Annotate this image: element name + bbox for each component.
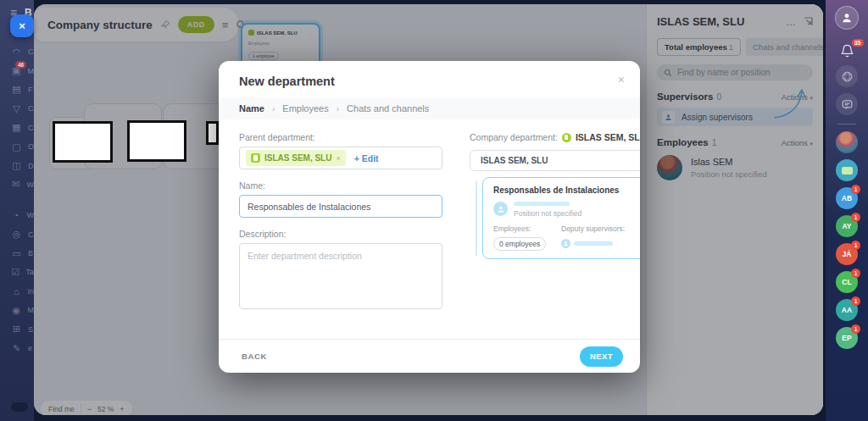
step-name[interactable]: Name [239,103,264,114]
sidebar-item-drive[interactable]: ◫D [0,156,34,174]
preview-department-card: Responsables de Instalaciones Position n… [482,177,640,259]
department-icon [251,153,260,163]
sidebar-item-messenger[interactable]: ▣M46 [0,61,34,80]
sidebar-item-calendar[interactable]: ▦C [0,119,34,137]
feed-icon: ▤ [11,84,22,95]
employees-label: Employees: [493,224,561,233]
sidebar-item-label: C [28,47,34,56]
employees-chip: 0 employees [493,237,546,251]
slider-close-button[interactable]: × [10,14,34,37]
step-chats-channels[interactable]: Chats and channels [347,103,429,114]
avatar[interactable]: JÁ1 [836,243,858,265]
sidebar-item-label: M [28,306,35,314]
sidebar-item-esign[interactable]: ✎e [0,339,34,357]
preview-parent-box: ISLAS SEM, SLU [470,150,640,171]
modal-title: New department [239,75,335,88]
sidebar-item-label: W [27,180,35,189]
redacted-card [127,120,186,162]
new-department-modal: New department × Name › Employees › Chat… [219,61,640,373]
sales-icon: ⊞ [11,324,22,335]
unread-badge: 1 [851,213,860,222]
bi-icon: ▭ [11,248,22,259]
unread-badge: 1 [851,324,860,334]
step-employees[interactable]: Employees [282,103,328,114]
parent-department-tag: ISLAS SEM, SLU × [246,150,346,166]
sidebar-item-sales[interactable]: ⊞S [0,319,34,338]
sidebar-item-tasks[interactable]: ☑Ta [0,263,34,281]
sidebar-item-label: In [27,287,34,296]
avatar[interactable]: EP1 [836,327,858,349]
unread-badge: 1 [851,269,860,278]
tag-label: ISLAS SEM, SLU [264,153,331,163]
chat-icon [841,98,854,111]
deputy-supervisors-label: Deputy supervisors: [561,224,625,233]
sidebar-item-label: C [28,104,34,113]
company-department-label: Company department: [470,132,558,142]
avatar[interactable] [836,159,858,181]
sidebar-menu: ◠C▣M46▤F▽C▦C▢O◫D✉W◔W◎C▭B☑Ta⌂In◉M⊞S✎e [0,42,34,357]
wizard-steps: Name › Employees › Chats and channels [219,97,640,119]
sticker-image [842,167,853,174]
mail-icon: ✉ [11,179,21,190]
copilot-button[interactable] [836,65,858,87]
inventory-icon: ⌂ [11,286,21,296]
sidebar-item-label: O [28,142,34,151]
unread-badge: 1 [851,296,860,306]
sidebar-item-bi[interactable]: ▭B [0,244,34,263]
sidebar-item-inventory[interactable]: ⌂In [0,282,34,301]
sidebar-item-feed[interactable]: ▤F [0,80,34,99]
sidebar-item-docs[interactable]: ▢O [0,137,34,156]
next-button[interactable]: NEXT [580,346,623,367]
avatar[interactable] [836,131,858,153]
name-label: Name: [239,180,442,191]
notifications-button[interactable]: 35 [839,43,855,59]
avatar[interactable]: AY1 [836,215,858,237]
right-rail: 35 AB1AY1JÁ1CL1AA1EP1 [826,0,868,421]
copilot-icon: ◠ [11,47,22,58]
close-icon: × [19,19,25,32]
sidebar-item-label: D [28,162,34,170]
preview-card-title: Responsables de Instalaciones [493,186,635,195]
sidebar-item-mail[interactable]: ✉W [0,175,34,194]
parent-department-label: Parent department: [239,132,442,142]
sidebar-item-label: C [28,124,34,132]
avatar[interactable]: AA1 [836,299,858,321]
description-textarea[interactable] [239,243,442,309]
profile-avatar[interactable] [835,6,859,30]
remove-tag-icon[interactable]: × [336,154,340,163]
sidebar-item-label: B [28,249,33,258]
sidebar-item-workgroups[interactable]: ◔W [0,206,34,224]
messenger-button[interactable] [836,93,858,115]
sidebar-item-label: M [28,67,35,75]
back-button[interactable]: BACK [242,352,267,361]
divider [837,124,856,125]
sidebar-item-copilot[interactable]: ◠C [0,42,34,61]
workgroups-icon: ◔ [11,210,21,220]
tasks-icon: ☑ [11,267,19,278]
close-icon[interactable]: × [618,73,625,86]
sidebar-collapse-button[interactable] [11,402,28,412]
description-label: Description: [239,229,442,239]
drive-icon: ◫ [11,160,22,171]
sidebar-item-label: S [28,325,33,334]
unread-badge: 1 [851,241,860,250]
department-name-input[interactable] [239,195,442,218]
edit-parent-link[interactable]: + Edit [354,153,379,163]
parent-department-field[interactable]: ISLAS SEM, SLU × + Edit [239,147,442,169]
sidebar-item-crm[interactable]: ▽C [0,99,34,118]
sidebar-item-contact-center[interactable]: ◎C [0,225,34,244]
esign-icon: ✎ [11,343,22,354]
tree-connector [476,181,477,256]
avatar[interactable]: AB1 [836,187,858,209]
redacted-card [206,121,219,145]
notifications-badge: 35 [852,39,864,47]
rail-avatar-list: AB1AY1JÁ1CL1AA1EP1 [836,131,858,355]
position-text: Position not specified [514,209,581,218]
sidebar-item-label: e [28,344,32,352]
chevron-icon: › [337,104,339,114]
avatar[interactable]: CL1 [836,271,858,293]
person-icon [841,12,853,24]
sidebar-item-marketing[interactable]: ◉M [0,301,34,319]
chevron-icon: › [272,104,275,114]
sidebar-item-label: C [28,230,34,239]
